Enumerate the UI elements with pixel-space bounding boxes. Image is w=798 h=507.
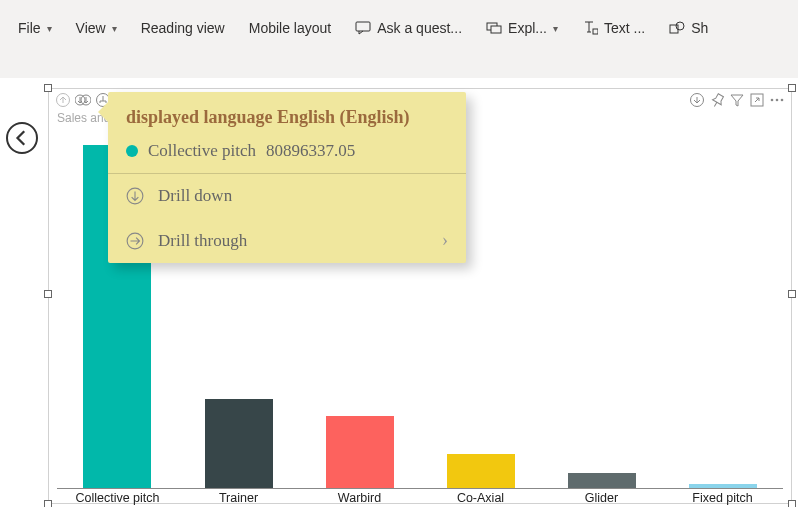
- mobile-layout-button[interactable]: Mobile layout: [239, 14, 342, 42]
- text-button[interactable]: Text ...: [572, 14, 655, 42]
- resize-handle[interactable]: [44, 84, 52, 92]
- svg-point-14: [781, 99, 784, 102]
- drill-through-label: Drill through: [158, 231, 247, 251]
- focus-mode-icon[interactable]: [749, 92, 765, 108]
- reading-view-label: Reading view: [141, 20, 225, 36]
- bar-glider[interactable]: [568, 473, 636, 488]
- view-menu[interactable]: View ▾: [66, 14, 127, 42]
- more-options-icon[interactable]: [769, 92, 785, 108]
- drill-down-action[interactable]: Drill down: [108, 174, 466, 218]
- resize-handle[interactable]: [788, 290, 796, 298]
- resize-handle[interactable]: [788, 84, 796, 92]
- drill-through-icon: [126, 232, 144, 250]
- chevron-down-icon: ▾: [112, 23, 117, 34]
- file-label: File: [18, 20, 41, 36]
- explore-icon: [486, 20, 502, 36]
- resize-handle[interactable]: [44, 290, 52, 298]
- textbox-icon: [582, 20, 598, 36]
- x-axis-label: Collective pitch: [57, 491, 178, 505]
- file-menu[interactable]: File ▾: [8, 14, 62, 42]
- svg-rect-3: [593, 29, 598, 34]
- arrow-left-icon: [13, 129, 31, 147]
- drill-through-action[interactable]: Drill through ›: [108, 218, 466, 263]
- svg-point-13: [776, 99, 779, 102]
- tooltip-series-value: 80896337.05: [266, 141, 355, 161]
- text-label: Text ...: [604, 20, 645, 36]
- svg-rect-0: [356, 22, 370, 31]
- explore-menu[interactable]: Expl... ▾: [476, 14, 568, 42]
- comment-icon: [355, 20, 371, 36]
- see-data-icon[interactable]: [689, 92, 705, 108]
- drill-up-icon[interactable]: [55, 92, 71, 108]
- x-axis-label: Warbird: [299, 491, 420, 505]
- share-label: Sh: [691, 20, 708, 36]
- bar-warbird[interactable]: [326, 416, 394, 488]
- bar-trainer[interactable]: [205, 399, 273, 488]
- back-button[interactable]: [6, 122, 38, 154]
- ask-question-button[interactable]: Ask a quest...: [345, 14, 472, 42]
- svg-rect-2: [491, 26, 501, 33]
- x-axis-label: Fixed pitch: [662, 491, 783, 505]
- bar-co-axial[interactable]: [447, 454, 515, 488]
- pin-icon[interactable]: [709, 92, 725, 108]
- series-color-dot: [126, 145, 138, 157]
- bar-fixed-pitch[interactable]: [689, 484, 757, 488]
- drill-down-icon: [126, 187, 144, 205]
- ask-label: Ask a quest...: [377, 20, 462, 36]
- svg-point-5: [676, 22, 684, 30]
- chevron-down-icon: ▾: [553, 23, 558, 34]
- explore-label: Expl...: [508, 20, 547, 36]
- datapoint-tooltip: displayed language English (English) Col…: [108, 92, 466, 263]
- resize-handle[interactable]: [44, 500, 52, 507]
- chevron-right-icon: ›: [442, 230, 448, 251]
- view-label: View: [76, 20, 106, 36]
- drill-down-icon[interactable]: [75, 92, 91, 108]
- shapes-button[interactable]: Sh: [659, 14, 718, 42]
- drill-down-label: Drill down: [158, 186, 232, 206]
- svg-point-12: [771, 99, 774, 102]
- chevron-down-icon: ▾: [47, 23, 52, 34]
- filter-icon[interactable]: [729, 92, 745, 108]
- reading-view-button[interactable]: Reading view: [131, 14, 235, 42]
- shapes-icon: [669, 20, 685, 36]
- x-axis-label: Glider: [541, 491, 662, 505]
- x-axis-label: Trainer: [178, 491, 299, 505]
- x-axis-label: Co-Axial: [420, 491, 541, 505]
- tooltip-title: displayed language English (English): [126, 106, 448, 129]
- chart-x-axis: Collective pitchTrainerWarbirdCo-AxialGl…: [57, 491, 783, 505]
- mobile-layout-label: Mobile layout: [249, 20, 332, 36]
- tooltip-series-label: Collective pitch: [148, 141, 256, 161]
- resize-handle[interactable]: [788, 500, 796, 507]
- app-toolbar: File ▾ View ▾ Reading view Mobile layout…: [0, 0, 798, 78]
